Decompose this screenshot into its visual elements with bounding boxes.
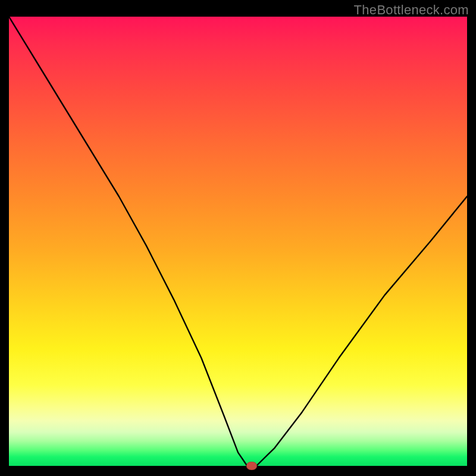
- optimal-point-marker: [246, 462, 257, 470]
- plot-area: [9, 17, 467, 466]
- bottleneck-curve: [9, 17, 467, 466]
- chart-stage: TheBottleneck.com: [0, 0, 476, 476]
- curve-path: [9, 17, 467, 466]
- watermark-text: TheBottleneck.com: [354, 2, 469, 18]
